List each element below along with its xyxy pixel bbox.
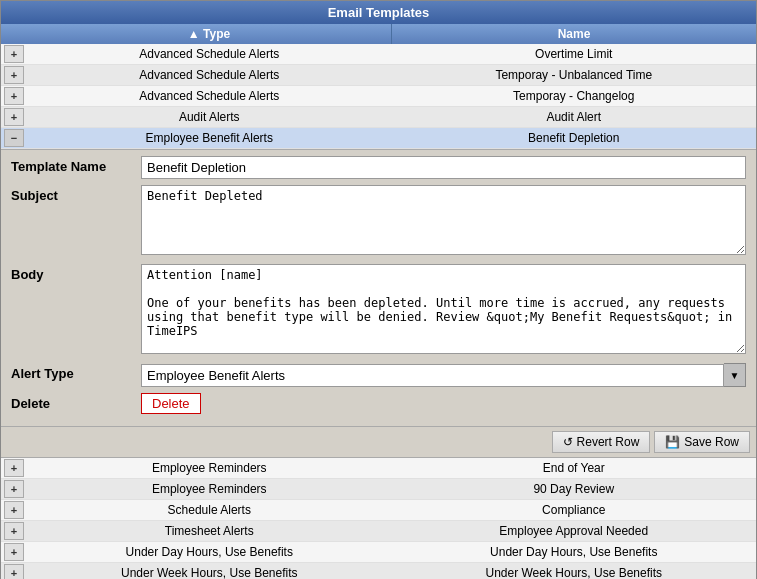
table-row-selected[interactable]: − Employee Benefit Alerts Benefit Deplet… [1, 128, 756, 149]
row1-type: Advanced Schedule Alerts [27, 45, 392, 63]
expand-btn-3[interactable]: + [4, 87, 24, 105]
subject-control: Benefit Depleted [141, 185, 746, 258]
body-textarea[interactable]: Attention [name] One of your benefits ha… [141, 264, 746, 354]
expand-btn-b2[interactable]: + [4, 480, 24, 498]
row4-name: Audit Alert [392, 108, 757, 126]
main-container: Email Templates ▲ Type Name + Advanced S… [0, 0, 757, 579]
row2-name: Temporay - Unbalanced Time [392, 66, 757, 84]
revert-icon: ↺ [563, 435, 573, 449]
table-row[interactable]: + Employee Reminders 90 Day Review [1, 479, 756, 500]
delete-row: Delete Delete [11, 393, 746, 414]
bottom-data-table: + Employee Reminders End of Year + Emplo… [1, 458, 756, 579]
table-row[interactable]: + Advanced Schedule Alerts Temporay - Un… [1, 65, 756, 86]
expand-btn-1[interactable]: + [4, 45, 24, 63]
delete-label: Delete [11, 393, 141, 411]
expand-btn-b5[interactable]: + [4, 543, 24, 561]
b-row2-type: Employee Reminders [27, 480, 392, 498]
subject-textarea[interactable]: Benefit Depleted [141, 185, 746, 255]
b-row5-name: Under Day Hours, Use Benefits [392, 543, 757, 561]
expand-btn-b3[interactable]: + [4, 501, 24, 519]
b-row6-type: Under Week Hours, Use Benefits [27, 564, 392, 579]
expand-btn-2[interactable]: + [4, 66, 24, 84]
alert-type-control: Employee Benefit Alerts Advanced Schedul… [141, 363, 746, 387]
row5-type: Employee Benefit Alerts [27, 129, 392, 147]
row1-name: Overtime Limit [392, 45, 757, 63]
b-row3-name: Compliance [392, 501, 757, 519]
template-name-row: Template Name [11, 156, 746, 179]
alert-type-arrow[interactable]: ▼ [724, 363, 746, 387]
body-label: Body [11, 264, 141, 282]
subject-row: Subject Benefit Depleted [11, 185, 746, 258]
top-data-table: + Advanced Schedule Alerts Overtime Limi… [1, 44, 756, 149]
table-row[interactable]: + Advanced Schedule Alerts Overtime Limi… [1, 44, 756, 65]
b-row1-name: End of Year [392, 459, 757, 477]
delete-button[interactable]: Delete [141, 393, 201, 414]
table-header: ▲ Type Name [1, 24, 756, 44]
delete-control: Delete [141, 393, 746, 414]
row4-type: Audit Alerts [27, 108, 392, 126]
template-name-control [141, 156, 746, 179]
b-row4-name: Employee Approval Needed [392, 522, 757, 540]
col-name-header: Name [392, 24, 756, 44]
b-row5-type: Under Day Hours, Use Benefits [27, 543, 392, 561]
expand-btn-b4[interactable]: + [4, 522, 24, 540]
b-row6-name: Under Week Hours, Use Benefits [392, 564, 757, 579]
b-row1-type: Employee Reminders [27, 459, 392, 477]
table-row[interactable]: + Timesheet Alerts Employee Approval Nee… [1, 521, 756, 542]
alert-type-select[interactable]: Employee Benefit Alerts Advanced Schedul… [141, 364, 724, 387]
row3-name: Temporay - Changelog [392, 87, 757, 105]
expand-btn-4[interactable]: + [4, 108, 24, 126]
save-label: Save Row [684, 435, 739, 449]
template-name-input[interactable] [141, 156, 746, 179]
save-icon: 💾 [665, 435, 680, 449]
edit-form: Template Name Subject Benefit Depleted B… [1, 149, 756, 427]
expand-btn-b6[interactable]: + [4, 564, 24, 579]
template-name-label: Template Name [11, 156, 141, 174]
table-row[interactable]: + Employee Reminders End of Year [1, 458, 756, 479]
subject-label: Subject [11, 185, 141, 203]
table-row[interactable]: + Under Day Hours, Use Benefits Under Da… [1, 542, 756, 563]
table-row[interactable]: + Schedule Alerts Compliance [1, 500, 756, 521]
b-row4-type: Timesheet Alerts [27, 522, 392, 540]
revert-label: Revert Row [577, 435, 640, 449]
row2-type: Advanced Schedule Alerts [27, 66, 392, 84]
row5-name: Benefit Depletion [392, 129, 757, 147]
row3-type: Advanced Schedule Alerts [27, 87, 392, 105]
table-row[interactable]: + Audit Alerts Audit Alert [1, 107, 756, 128]
table-row[interactable]: + Under Week Hours, Use Benefits Under W… [1, 563, 756, 579]
col-type-header: ▲ Type [27, 24, 392, 44]
action-buttons-row: ↺ Revert Row 💾 Save Row [1, 427, 756, 458]
page-title: Email Templates [1, 1, 756, 24]
expand-btn-5[interactable]: − [4, 129, 24, 147]
b-row2-name: 90 Day Review [392, 480, 757, 498]
table-row[interactable]: + Advanced Schedule Alerts Temporay - Ch… [1, 86, 756, 107]
b-row3-type: Schedule Alerts [27, 501, 392, 519]
body-row: Body Attention [name] One of your benefi… [11, 264, 746, 357]
revert-row-button[interactable]: ↺ Revert Row [552, 431, 651, 453]
alert-type-row: Alert Type Employee Benefit Alerts Advan… [11, 363, 746, 387]
body-control: Attention [name] One of your benefits ha… [141, 264, 746, 357]
alert-type-label: Alert Type [11, 363, 141, 381]
save-row-button[interactable]: 💾 Save Row [654, 431, 750, 453]
expand-btn-b1[interactable]: + [4, 459, 24, 477]
